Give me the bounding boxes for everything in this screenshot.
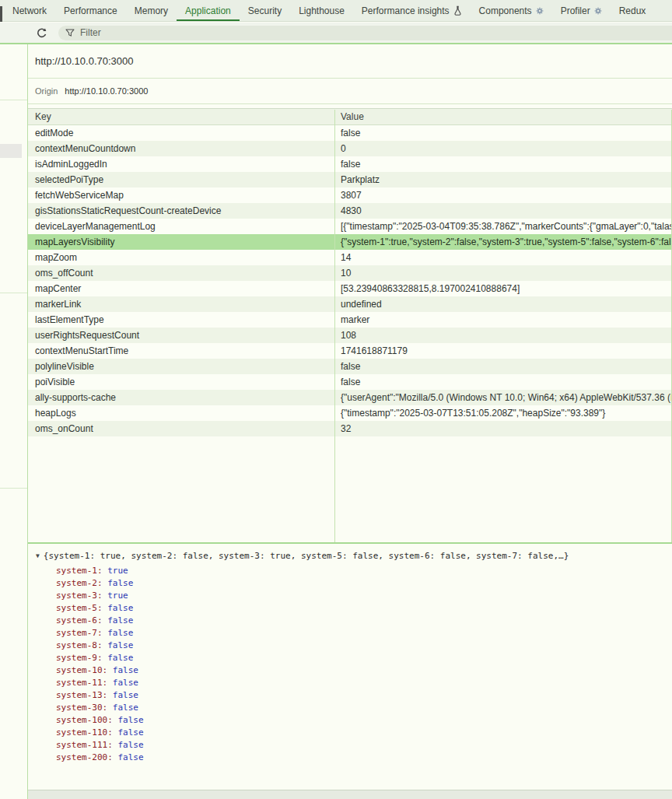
object-property: system-13: false: [28, 689, 672, 702]
table-row[interactable]: mapLayersVisibility {"system-1":true,"sy…: [28, 234, 672, 250]
origin-breadcrumb[interactable]: Origin http://10.10.0.70:3000: [28, 79, 672, 104]
devtools-tab[interactable]: Security: [240, 0, 290, 21]
row-key: contextMenuStartTime: [28, 343, 334, 359]
devtools-tab[interactable]: Components: [471, 0, 552, 21]
devtools-tab[interactable]: Performance: [55, 0, 126, 21]
row-key: ally-supports-cache: [28, 390, 334, 405]
row-value: 3807: [334, 187, 672, 203]
column-header-key[interactable]: Key: [28, 109, 334, 124]
row-key: deviceLayerManagementLog: [28, 219, 334, 234]
row-key: contextMenuCountdown: [28, 141, 334, 156]
value-preview-panel: ▼ {system-1: true, system-2: false, syst…: [28, 542, 672, 799]
table-row[interactable]: mapZoom 14: [28, 250, 672, 265]
table-row[interactable]: gisStationsStaticRequestCount-createDevi…: [28, 203, 672, 219]
flask-icon: [453, 5, 462, 16]
property-value: false: [107, 628, 133, 638]
filter-input[interactable]: Filter: [58, 26, 672, 40]
object-summary-text: {system-1: true, system-2: false, system…: [44, 551, 569, 561]
devtools-tab[interactable]: Memory: [126, 0, 177, 21]
row-value: 108: [334, 328, 672, 343]
object-property: system-2: false: [28, 577, 672, 590]
property-value: false: [113, 665, 138, 675]
object-property: system-1: true: [28, 565, 672, 577]
column-resize-handle[interactable]: [334, 110, 335, 542]
table-row[interactable]: oms_onCount 32: [28, 421, 672, 436]
row-key: editMode: [28, 125, 334, 141]
row-value: 0: [334, 141, 672, 156]
object-property: system-9: false: [28, 652, 672, 664]
property-value: true: [107, 590, 128, 601]
table-row[interactable]: editMode false: [28, 125, 672, 141]
object-preview-summary[interactable]: ▼ {system-1: true, system-2: false, syst…: [28, 551, 672, 561]
tab-label: Components: [479, 5, 532, 16]
tab-label: Memory: [135, 5, 168, 16]
devtools-tab[interactable]: Network: [4, 0, 55, 21]
tab-label: Application: [185, 5, 231, 16]
property-name: system-7:: [56, 628, 103, 638]
table-row[interactable]: fetchWebServiceMap 3807: [28, 187, 672, 203]
table-row[interactable]: userRightsRequestCount 108: [28, 328, 672, 343]
tab-label: Network: [12, 5, 47, 16]
property-name: system-6:: [56, 615, 103, 626]
sidebar-divider: [0, 100, 27, 100]
property-value: false: [107, 653, 133, 663]
expander-triangle-icon[interactable]: ▼: [36, 553, 40, 559]
row-key: heapLogs: [28, 405, 334, 421]
object-property: system-100: false: [28, 714, 672, 727]
row-value: 1741618871179: [334, 343, 672, 359]
property-name: system-11:: [56, 678, 107, 688]
storage-toolbar: Filter: [0, 23, 672, 44]
row-key: isAdminLoggedIn: [28, 156, 334, 172]
filter-placeholder: Filter: [80, 27, 101, 38]
row-key: selectedPoiType: [28, 172, 334, 187]
object-property: system-7: false: [28, 627, 672, 640]
row-key: oms_onCount: [28, 421, 334, 436]
object-property: system-30: false: [28, 702, 672, 714]
object-property: system-5: false: [28, 602, 672, 615]
table-row[interactable]: ally-supports-cache {"userAgent":"Mozill…: [28, 390, 672, 405]
devtools-tab[interactable]: Profiler: [552, 0, 611, 21]
devtools-tab[interactable]: Application: [177, 0, 240, 21]
devtools-tab[interactable]: Lighthouse: [290, 0, 353, 21]
property-value: false: [113, 703, 138, 713]
table-row[interactable]: selectedPoiType Parkplatz: [28, 172, 672, 187]
property-name: system-111:: [56, 740, 113, 750]
table-row[interactable]: isAdminLoggedIn false: [28, 156, 672, 172]
table-row[interactable]: heapLogs {"timestamp":"2025-03-07T13:51:…: [28, 405, 672, 421]
devtools-tab[interactable]: Performance insights: [353, 0, 471, 21]
row-value: undefined: [334, 296, 672, 312]
row-key: mapCenter: [28, 281, 334, 296]
table-row[interactable]: deviceLayerManagementLog [{"timestamp":"…: [28, 219, 672, 234]
property-name: system-200:: [56, 752, 113, 762]
table-row[interactable]: mapCenter [53.23940863328815,8.197002410…: [28, 281, 672, 296]
object-property: system-10: false: [28, 664, 672, 677]
sidebar-selected-item-partial[interactable]: [0, 144, 22, 158]
table-row[interactable]: contextMenuStartTime 1741618871179: [28, 343, 672, 359]
column-header-value[interactable]: Value: [334, 109, 672, 124]
storage-origin-header: http://10.10.0.70:3000: [28, 44, 672, 79]
refresh-button[interactable]: [34, 26, 48, 40]
property-name: system-13:: [56, 690, 107, 700]
row-key: polylineVisible: [28, 359, 334, 374]
row-value: 4830: [334, 203, 672, 219]
table-row[interactable]: lastElementType marker: [28, 312, 672, 328]
devtools-tab[interactable]: Redux: [611, 0, 655, 21]
object-property: system-11: false: [28, 677, 672, 689]
row-value: {"system-1":true,"system-2":false,"syste…: [334, 234, 672, 250]
table-row[interactable]: poiVisible false: [28, 374, 672, 390]
table-row[interactable]: polylineVisible false: [28, 359, 672, 374]
object-property: system-200: false: [28, 752, 672, 764]
property-name: system-3:: [56, 590, 103, 601]
row-value: {"userAgent":"Mozilla/5.0 (Windows NT 10…: [334, 390, 672, 405]
property-value: false: [113, 690, 138, 700]
row-value: false: [334, 156, 672, 172]
row-value: {"timestamp":"2025-03-07T13:51:05.208Z",…: [334, 405, 672, 421]
property-name: system-100:: [56, 715, 113, 725]
table-row[interactable]: markerLink undefined: [28, 296, 672, 312]
storage-origin-title: http://10.10.0.70:3000: [35, 55, 134, 67]
property-name: system-30:: [56, 703, 107, 713]
table-row[interactable]: oms_offCount 10: [28, 265, 672, 281]
property-value: false: [117, 740, 143, 750]
table-row[interactable]: contextMenuCountdown 0: [28, 141, 672, 156]
property-name: system-9:: [56, 653, 103, 663]
